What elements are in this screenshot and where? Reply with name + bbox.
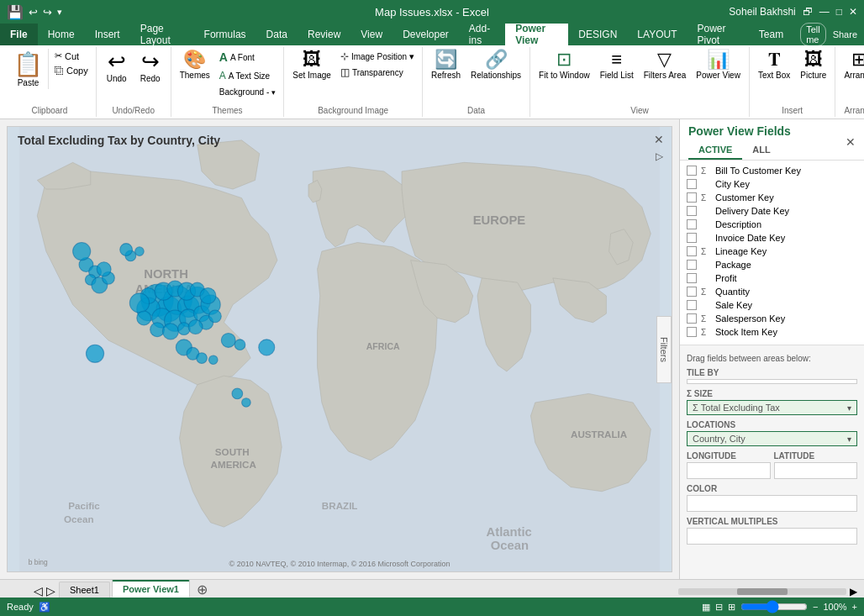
zoom-slider[interactable] (740, 600, 808, 613)
field-item[interactable]: Σ Quantity (680, 285, 864, 298)
field-item[interactable]: Σ Stock Item Key (680, 325, 864, 339)
power-view-button[interactable]: 📊 Power View (693, 49, 744, 82)
refresh-button[interactable]: 🔄 Refresh (428, 49, 464, 82)
tab-insert[interactable]: Insert (85, 24, 130, 45)
tab-team[interactable]: Team (749, 24, 793, 45)
filters-panel[interactable]: Filters (656, 316, 672, 383)
share-btn[interactable]: Share (833, 29, 857, 39)
minimize-btn[interactable]: — (819, 6, 830, 18)
tab-power-pivot[interactable]: Power Pivot (687, 24, 748, 45)
field-item[interactable]: City Key (680, 177, 864, 191)
tab-formulas[interactable]: Formulas (194, 24, 256, 45)
vertical-multiples-field[interactable] (687, 528, 857, 545)
close-btn[interactable]: ✕ (849, 6, 857, 18)
field-item[interactable]: Σ Bill To Customer Key (680, 164, 864, 177)
locations-field-dropdown[interactable]: ▾ (847, 434, 851, 444)
tab-developer[interactable]: Developer (392, 24, 459, 45)
tell-me[interactable]: Tell me (800, 23, 826, 46)
text-size-button[interactable]: A A Text Size (217, 68, 278, 83)
sheet-tab-sheet1[interactable]: Sheet1 (59, 582, 110, 598)
field-checkbox[interactable] (687, 260, 697, 270)
field-list-button[interactable]: ≡ Field List (597, 49, 637, 82)
fit-to-window-button[interactable]: ⊡ Fit to Window (535, 49, 593, 82)
tab-add-ins[interactable]: Add-ins (459, 24, 505, 45)
field-checkbox[interactable] (687, 166, 697, 176)
tab-page-layout[interactable]: Page Layout (130, 24, 194, 45)
longitude-field[interactable] (687, 462, 771, 479)
tab-view[interactable]: View (350, 24, 392, 45)
copy-button[interactable]: ⿻Copy (52, 64, 91, 77)
field-checkbox[interactable] (687, 206, 697, 216)
field-checkbox[interactable] (687, 233, 697, 243)
field-item[interactable]: Package (680, 258, 864, 271)
field-item[interactable]: Sale Key (680, 298, 864, 312)
horizontal-scrollbar[interactable] (678, 588, 846, 595)
field-item[interactable]: Invoice Date Key (680, 231, 864, 245)
paste-button[interactable]: 📋 Paste (8, 49, 49, 89)
page-layout-btn[interactable]: ⊟ (715, 602, 723, 613)
zoom-in[interactable]: + (852, 602, 857, 612)
zoom-out[interactable]: − (813, 602, 818, 612)
transparency-button[interactable]: ◫ Transparency (338, 65, 417, 80)
set-image-button[interactable]: 🖼 Set Image (289, 49, 335, 82)
tab-data[interactable]: Data (256, 24, 298, 45)
font-button[interactable]: A A Font (217, 49, 278, 66)
field-item[interactable]: Σ Customer Key (680, 191, 864, 204)
page-break-btn[interactable]: ⊞ (728, 602, 735, 613)
size-field[interactable]: Σ Total Excluding Tax ▾ (687, 400, 857, 415)
size-field-dropdown[interactable]: ▾ (847, 403, 851, 413)
background-button[interactable]: Background - ▾ (217, 86, 278, 98)
tab-file[interactable]: File (0, 24, 38, 45)
restore-btn[interactable]: 🗗 (803, 6, 813, 18)
field-checkbox[interactable] (687, 313, 697, 324)
field-item[interactable]: Delivery Date Key (680, 204, 864, 218)
quick-access-undo[interactable]: ↩ (29, 6, 38, 18)
tab-design[interactable]: DESIGN (568, 24, 627, 45)
quick-access-redo[interactable]: ↪ (43, 6, 52, 18)
nav-left[interactable]: ◁ (34, 584, 43, 598)
tab-all[interactable]: ALL (742, 141, 780, 160)
redo-button[interactable]: ↪ Redo (135, 49, 166, 86)
fields-list[interactable]: Σ Bill To Customer Key City Key Σ Custom… (680, 161, 864, 345)
add-sheet-button[interactable]: ⊕ (197, 582, 208, 598)
filters-area-button[interactable]: ▽ Filters Area (640, 49, 690, 82)
field-checkbox[interactable] (687, 192, 697, 203)
tab-active[interactable]: ACTIVE (688, 141, 742, 160)
quick-access-more[interactable]: ▾ (57, 7, 62, 18)
relationships-button[interactable]: 🔗 Relationships (467, 49, 524, 82)
pv-close-button[interactable]: ✕ (846, 135, 856, 149)
tab-home[interactable]: Home (38, 24, 85, 45)
field-checkbox[interactable] (687, 300, 697, 310)
tab-review[interactable]: Review (298, 24, 350, 45)
undo-button[interactable]: ↩ Undo (102, 49, 132, 86)
maximize-btn[interactable]: □ (836, 6, 842, 18)
field-checkbox[interactable] (687, 219, 697, 229)
map-close-button[interactable]: ✕ (651, 132, 666, 147)
sheet-tab-powerview1[interactable]: Power View1 (112, 580, 190, 598)
field-item[interactable]: Description (680, 218, 864, 231)
color-field[interactable] (687, 495, 857, 512)
field-checkbox[interactable] (687, 246, 697, 256)
scroll-right[interactable]: ▶ (850, 586, 857, 598)
text-box-button[interactable]: 𝐓 Text Box (755, 49, 793, 82)
cut-button[interactable]: ✂Cut (52, 49, 91, 63)
picture-button[interactable]: 🖼 Picture (797, 49, 830, 82)
field-checkbox[interactable] (687, 287, 697, 297)
field-checkbox[interactable] (687, 327, 697, 337)
arrange-button[interactable]: ⊞ Arrange (840, 49, 864, 82)
tab-layout[interactable]: LAYOUT (627, 24, 687, 45)
map-expand-button[interactable]: ▷ (651, 149, 666, 164)
field-item[interactable]: Σ Lineage Key (680, 245, 864, 258)
latitude-field[interactable] (774, 462, 858, 479)
tab-power-view[interactable]: Power View (505, 24, 568, 45)
locations-field[interactable]: Country, City ▾ (687, 431, 857, 446)
nav-right[interactable]: ▷ (46, 584, 55, 598)
field-checkbox[interactable] (687, 273, 697, 283)
field-checkbox[interactable] (687, 179, 697, 189)
normal-view-btn[interactable]: ▦ (702, 602, 710, 613)
themes-button[interactable]: 🎨 Themes (176, 49, 213, 82)
field-item[interactable]: Profit (680, 271, 864, 285)
tile-by-field[interactable] (687, 379, 857, 384)
image-position-button[interactable]: ⊹ Image Position ▾ (338, 49, 417, 64)
field-item[interactable]: Σ Salesperson Key (680, 312, 864, 325)
